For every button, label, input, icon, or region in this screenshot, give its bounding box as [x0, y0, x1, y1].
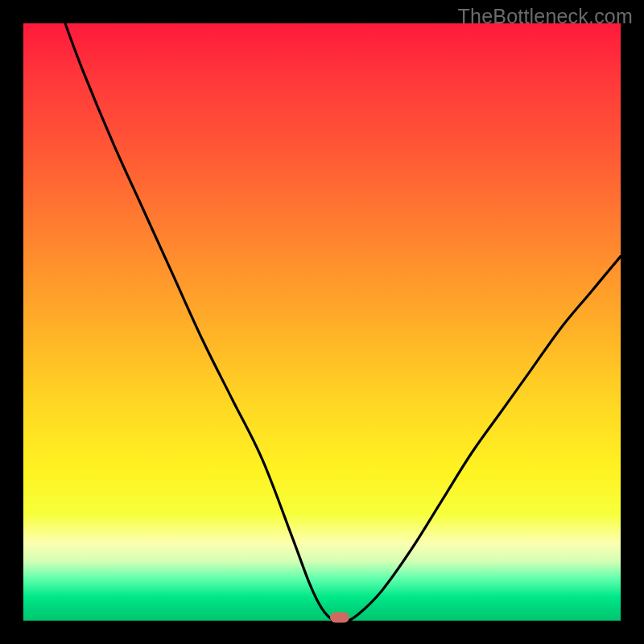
bottleneck-curve	[23, 23, 621, 621]
watermark-text: TheBottleneck.com	[458, 5, 633, 28]
minimum-marker	[330, 613, 349, 623]
chart-frame: TheBottleneck.com	[0, 0, 644, 644]
